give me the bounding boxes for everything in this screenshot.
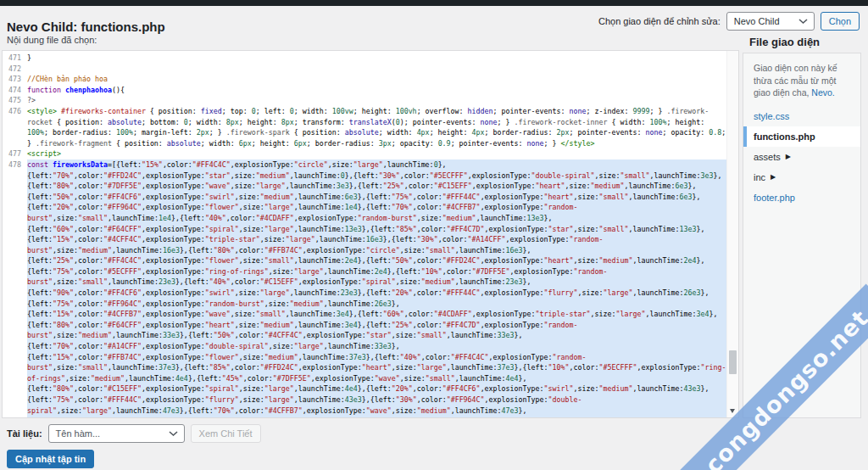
file-label: assets <box>754 152 781 162</box>
docs-label: Tài liệu: <box>7 428 42 439</box>
code-text: function chenphaohoa(){ <box>27 85 727 96</box>
code-text: ?> <box>27 95 727 106</box>
docs-select-value: Tên hàm... <box>56 428 101 439</box>
theme-select[interactable]: Nevo Child <box>726 12 815 31</box>
sidebar-file-footer-php[interactable]: footer.php <box>743 187 860 208</box>
sidebar-file-functions-php[interactable]: functions.php <box>743 126 860 147</box>
sidebar-file-assets[interactable]: assets▶ <box>743 147 860 167</box>
sidebar-title: File giao diện <box>749 36 820 48</box>
choose-theme-button[interactable]: Chọn <box>821 12 860 31</box>
code-line[interactable]: 472 <box>3 64 727 75</box>
code-line[interactable]: 473//CHèn bản pháo hoa <box>3 74 727 85</box>
theme-editor-page: Nevo Child: functions.php Chọn giao diện… <box>0 0 868 470</box>
line-number: 472 <box>3 64 27 75</box>
code-editor[interactable]: 471}472473//CHèn bản pháo hoa474function… <box>2 50 739 418</box>
code-text: const fireworksData=[{left:"15%",color:"… <box>27 159 727 417</box>
file-label: footer.php <box>754 193 795 203</box>
line-number: 475 <box>3 95 27 106</box>
scroll-down-icon[interactable] <box>730 409 735 413</box>
theme-select-label: Chọn giao diện để chỉnh sửa: <box>598 16 721 26</box>
lookup-docs-button[interactable]: Xem Chi Tiết <box>191 424 261 443</box>
code-text: <style> #fireworks-container { position:… <box>27 106 727 148</box>
scrollbar-thumb[interactable] <box>729 350 737 374</box>
code-line[interactable]: 474function chenphaohoa(){ <box>3 85 727 96</box>
theme-select-value: Nevo Child <box>734 16 780 26</box>
code-line[interactable]: 477<script> <box>3 148 727 159</box>
editor-scrollbar[interactable] <box>726 51 738 417</box>
theme-files-panel: Giao diện con này kế thừa các mẫu từ một… <box>743 53 861 418</box>
code-line[interactable]: 475?> <box>3 95 727 106</box>
file-label: style.css <box>754 111 789 121</box>
file-content-label: Nội dung file đã chọn: <box>7 35 97 45</box>
line-number: 476 <box>3 106 27 148</box>
folder-arrow-icon: ▶ <box>786 154 791 160</box>
documentation-row: Tài liệu: Tên hàm... Xem Chi Tiết <box>7 424 261 443</box>
parent-theme-link[interactable]: Nevo. <box>811 87 834 98</box>
chevron-down-icon <box>169 431 178 437</box>
folder-arrow-icon: ▶ <box>771 174 776 181</box>
line-number: 474 <box>3 85 27 96</box>
admin-bar <box>0 0 868 6</box>
docs-select[interactable]: Tên hàm... <box>48 424 185 443</box>
line-number: 478 <box>3 159 27 417</box>
chevron-down-icon <box>798 19 808 25</box>
sidebar-file-style-css[interactable]: style.css <box>743 106 860 126</box>
line-number: 471 <box>3 53 27 64</box>
code-lines[interactable]: 471}472473//CHèn bản pháo hoa474function… <box>3 51 727 417</box>
code-text: } <box>27 53 727 64</box>
file-list: style.cssfunctions.phpassets▶inc▶footer.… <box>743 106 860 208</box>
code-text: //CHèn bản pháo hoa <box>27 74 727 85</box>
code-line[interactable]: 478const fireworksData=[{left:"15%",colo… <box>3 159 727 417</box>
theme-chooser: Chọn giao diện để chỉnh sửa: Nevo Child … <box>598 12 860 31</box>
page-title: Nevo Child: functions.php <box>7 20 165 34</box>
code-line[interactable]: 476<style> #fireworks-container { positi… <box>3 106 727 148</box>
line-number: 477 <box>3 148 27 159</box>
child-theme-description: Giao diện con này kế thừa các mẫu từ một… <box>743 53 860 106</box>
code-text <box>27 64 727 75</box>
line-number: 473 <box>3 74 27 85</box>
code-line[interactable]: 471} <box>3 53 727 64</box>
code-text: <script> <box>27 148 727 159</box>
file-label: inc <box>754 172 765 182</box>
sidebar-file-inc[interactable]: inc▶ <box>743 167 860 187</box>
update-file-button[interactable]: Cập nhật tập tin <box>7 450 94 468</box>
file-label: functions.php <box>754 131 815 142</box>
